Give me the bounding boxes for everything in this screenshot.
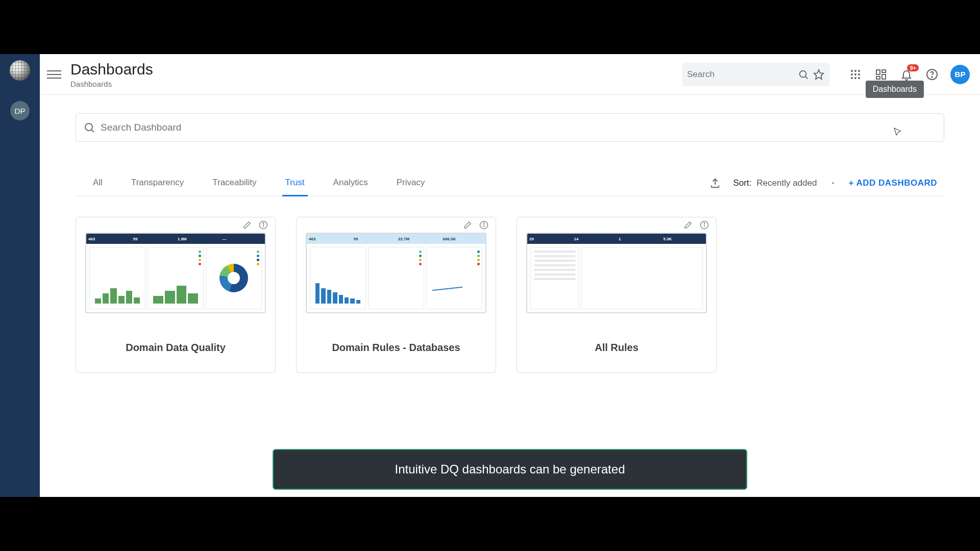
svg-point-10: [854, 77, 856, 79]
page-title: Dashboards: [70, 60, 153, 79]
tab-row: AllTransparencyTraceabilityTrustAnalytic…: [76, 170, 944, 196]
add-dashboard-button[interactable]: + ADD DASHBOARD: [848, 178, 937, 188]
dashboard-search-input[interactable]: [101, 122, 937, 133]
tab-transparency[interactable]: Transparency: [128, 170, 187, 196]
sort-label: Sort:: [733, 178, 751, 188]
tab-actions: Sort: Recently added + ADD DASHBOARD: [709, 178, 944, 189]
search-icon: [83, 121, 95, 134]
notifications-icon[interactable]: 9+: [899, 67, 914, 82]
tab-analytics[interactable]: Analytics: [330, 170, 371, 196]
global-search-input[interactable]: [687, 69, 797, 80]
svg-line-1: [805, 77, 807, 79]
caption-banner: Intuitive DQ dashboards can be generated: [273, 449, 747, 490]
tab-traceability[interactable]: Traceability: [209, 170, 259, 196]
dashboard-card[interactable]: 4635922.7M606.3K Domain Rules - Database…: [296, 217, 496, 373]
svg-rect-13: [882, 70, 886, 72]
left-sidebar: DP: [0, 54, 40, 497]
sidebar-workspace-avatar[interactable]: DP: [10, 101, 30, 120]
svg-point-17: [932, 77, 933, 78]
content: AllTransparencyTraceabilityTrustAnalytic…: [40, 95, 980, 497]
sort-select[interactable]: Recently added: [756, 178, 836, 188]
help-icon[interactable]: [925, 67, 939, 82]
edit-icon[interactable]: [463, 220, 472, 230]
dashboard-search[interactable]: [76, 113, 944, 142]
svg-marker-2: [814, 69, 823, 79]
letterbox-bottom: [0, 497, 980, 551]
svg-point-11: [858, 77, 860, 79]
user-avatar[interactable]: BP: [950, 65, 970, 84]
menu-toggle-button[interactable]: [47, 67, 61, 82]
title-block: Dashboards Dashboards: [70, 60, 153, 89]
svg-point-6: [851, 73, 853, 76]
dashboard-card-title: Domain Data Quality: [76, 313, 275, 372]
dashboard-thumbnail: 4635922.7M606.3K: [306, 233, 486, 313]
dashboard-card[interactable]: 291415.3K All Rules: [517, 217, 717, 373]
svg-line-19: [92, 130, 94, 133]
svg-point-7: [854, 73, 856, 76]
svg-point-0: [800, 70, 806, 77]
svg-rect-15: [876, 77, 880, 79]
svg-point-4: [854, 70, 856, 72]
dashboard-thumbnail: 463591.8M—: [85, 233, 266, 313]
tab-all[interactable]: All: [90, 170, 106, 196]
dashboard-icon[interactable]: [874, 67, 888, 82]
tab-privacy[interactable]: Privacy: [394, 170, 428, 196]
svg-point-18: [85, 123, 92, 131]
svg-point-28: [704, 223, 705, 224]
chevron-down-icon: [830, 180, 836, 186]
svg-point-5: [858, 70, 860, 72]
sort-control: Sort: Recently added: [733, 178, 836, 188]
svg-point-8: [858, 73, 860, 76]
dashboard-cards: 463591.8M— Domain Data Quality 4635922.7…: [76, 217, 944, 373]
dashboard-card-title: Domain Rules - Databases: [297, 313, 496, 372]
star-icon[interactable]: [813, 68, 825, 81]
dashboard-thumbnail: 291415.3K: [526, 233, 707, 313]
apps-grid-icon[interactable]: [848, 67, 863, 82]
top-bar: Dashboards Dashboards: [40, 54, 980, 95]
app-logo[interactable]: [10, 60, 30, 81]
edit-icon[interactable]: [683, 220, 693, 230]
edit-icon[interactable]: [242, 220, 252, 230]
export-icon[interactable]: [709, 178, 721, 189]
info-icon[interactable]: [479, 220, 488, 230]
dashboard-card[interactable]: 463591.8M— Domain Data Quality: [76, 217, 276, 373]
info-icon[interactable]: [259, 220, 268, 230]
svg-rect-12: [876, 70, 880, 74]
main-area: Dashboards Dashboards: [40, 54, 980, 497]
svg-point-25: [483, 223, 484, 224]
tab-trust[interactable]: Trust: [282, 170, 308, 196]
global-search[interactable]: [682, 63, 830, 86]
search-icon[interactable]: [797, 68, 810, 81]
notification-badge: 9+: [907, 64, 919, 71]
sort-value: Recently added: [756, 178, 817, 188]
svg-point-9: [851, 77, 853, 79]
breadcrumb[interactable]: Dashboards: [70, 80, 153, 89]
svg-point-3: [851, 70, 853, 72]
svg-rect-14: [882, 74, 886, 79]
letterbox-top: [0, 0, 980, 54]
app-frame: DP Dashboards Dashboards: [0, 54, 980, 497]
info-icon[interactable]: [700, 220, 709, 230]
svg-point-22: [263, 223, 264, 224]
tabs: AllTransparencyTraceabilityTrustAnalytic…: [76, 170, 428, 196]
dashboard-card-title: All Rules: [517, 313, 716, 372]
